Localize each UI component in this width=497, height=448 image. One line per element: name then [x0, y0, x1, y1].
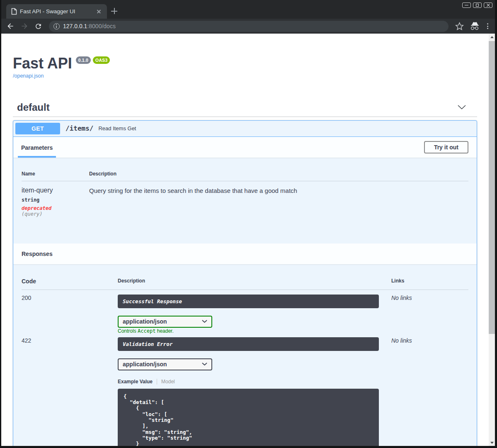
menu-kebab-icon[interactable] — [485, 23, 490, 29]
tab-title: Fast API - Swagger UI — [20, 8, 92, 15]
document-icon — [11, 8, 17, 15]
new-tab-button[interactable] — [110, 7, 119, 16]
browser-window: Fast API - Swagger UI 127.0.0.1:8000/doc… — [0, 0, 497, 448]
browser-toolbar: 127.0.0.1:8000/docs — [1, 19, 495, 34]
maximize-button[interactable] — [473, 2, 482, 8]
scrollbar-down-arrow[interactable] — [489, 439, 495, 446]
chevron-down-icon[interactable] — [457, 105, 466, 110]
url-bar[interactable]: 127.0.0.1:8000/docs — [49, 21, 449, 32]
media-type-select[interactable]: application/json — [118, 358, 212, 370]
example-json-block: { "detail": [ { "loc": [ "string" ], "ms… — [118, 389, 379, 446]
info-icon[interactable] — [53, 23, 60, 29]
tag-name: default — [17, 102, 50, 113]
scrollbar-thumb[interactable] — [489, 41, 495, 334]
tag-section-header[interactable]: default — [13, 97, 477, 117]
try-it-out-button[interactable]: Try it out — [424, 141, 468, 153]
select-chevron-icon — [202, 320, 207, 323]
resp-col-links: Links — [391, 278, 468, 285]
openapi-spec-link[interactable]: /openapi.json — [13, 73, 44, 79]
accept-header-note: Controls Accept header. — [118, 329, 391, 334]
media-type-select[interactable]: application/json — [118, 316, 212, 328]
example-value-tab[interactable]: Example Value — [118, 379, 153, 385]
response-row-200: 200 Successful Response application/json… — [22, 290, 468, 334]
scrollbar-up-arrow[interactable] — [489, 34, 495, 40]
param-col-description: Description — [89, 171, 468, 177]
example-model-tabs: Example Value Model — [118, 379, 391, 385]
oas3-badge: OAS3 — [93, 56, 110, 64]
browser-tab[interactable]: Fast API - Swagger UI — [6, 4, 107, 19]
version-badge: 0.1.0 — [76, 56, 91, 64]
url-text[interactable]: 127.0.0.1:8000/docs — [63, 23, 116, 29]
operation-summary-text: Read Items Get — [98, 125, 136, 131]
bookmark-star-icon[interactable] — [455, 22, 464, 31]
window-controls — [462, 2, 492, 8]
param-location: (query) — [22, 211, 89, 217]
scrollbar[interactable] — [489, 34, 495, 446]
close-window-button[interactable] — [484, 2, 492, 8]
param-description: Query string for the items to search in … — [89, 187, 468, 217]
forward-icon[interactable] — [20, 22, 29, 30]
param-deprecated: deprecated — [22, 205, 89, 211]
titlebar: Fast API - Swagger UI — [1, 0, 495, 19]
incognito-icon — [470, 21, 480, 31]
links-cell: No links — [391, 295, 468, 334]
resp-col-code: Code — [22, 278, 118, 285]
reload-icon[interactable] — [34, 22, 42, 30]
resp-col-description: Description — [118, 278, 391, 285]
back-icon[interactable] — [6, 22, 15, 30]
parameter-row: item-query string deprecated (query) Que… — [22, 181, 468, 217]
parameters-header: Parameters Try it out — [13, 137, 477, 158]
param-type: string — [22, 197, 89, 203]
page-viewport: Fast API 0.1.0 OAS3 /openapi.json defaul… — [1, 34, 495, 446]
response-description: Validation Error — [118, 337, 379, 351]
method-badge: GET — [15, 123, 60, 134]
select-chevron-icon — [202, 363, 207, 366]
responses-header: Responses — [13, 243, 477, 264]
param-name: item-query — [22, 187, 89, 194]
responses-body: Code Description Links 200 Successful Re… — [13, 264, 477, 446]
response-description: Successful Response — [118, 295, 379, 308]
links-cell: No links — [391, 337, 468, 446]
opblock-get-items: GET /items/ Read Items Get Parameters Tr… — [13, 120, 477, 446]
parameters-tab[interactable]: Parameters — [18, 144, 56, 158]
operation-summary[interactable]: GET /items/ Read Items Get — [13, 121, 477, 137]
swagger-page: Fast API 0.1.0 OAS3 /openapi.json defaul… — [1, 34, 489, 446]
parameters-body: Name Description item-query string depre… — [13, 158, 477, 243]
model-tab[interactable]: Model — [161, 379, 175, 385]
api-title: Fast API — [13, 56, 72, 71]
tab-close-icon[interactable] — [95, 8, 102, 15]
operation-path: /items/ — [65, 124, 93, 132]
param-col-name: Name — [22, 171, 89, 177]
response-row-422: 422 Validation Error application/json — [22, 334, 468, 446]
minimize-button[interactable] — [462, 2, 471, 8]
